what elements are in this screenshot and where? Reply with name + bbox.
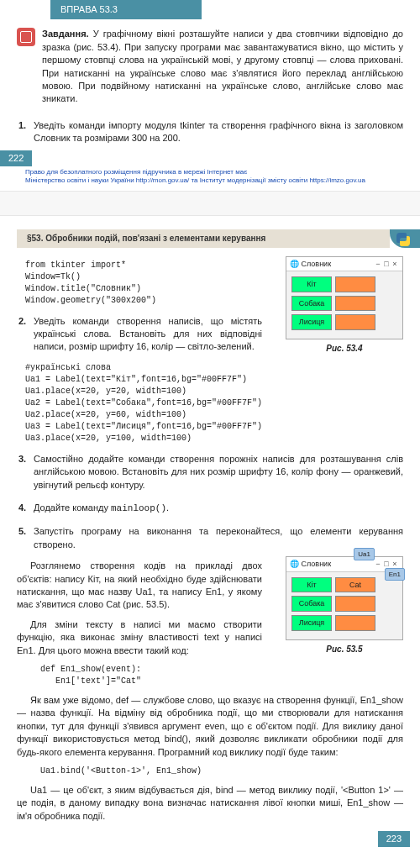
step-3: 3.Самостійно додайте команди створення п… — [0, 448, 420, 497]
label2-kit: Кіт — [291, 577, 332, 593]
label-sobaka: Собака — [291, 296, 332, 312]
code-block-1: from tkinter import* Window=Tk() Window.… — [0, 256, 279, 310]
window-2-title: 🌐 Словник — [290, 559, 331, 570]
code-block-4: Ua1.bind('<Button-1>', En1_show) — [0, 762, 420, 781]
figure-caption-1: Рис. 53.4 — [286, 343, 403, 355]
page-number-right: 223 — [0, 831, 420, 847]
step-1-num: 1. — [18, 119, 34, 132]
code-block-2: #українські слова Ua1 = Label(text="Кіт"… — [0, 359, 420, 448]
task-body: У графічному вікні розташуйте написи у д… — [42, 29, 403, 103]
label-empty-2 — [335, 296, 375, 312]
label2-cat: Cat — [335, 577, 375, 593]
figure-caption-2: Рис. 53.5 — [286, 644, 403, 655]
code-block-3: def En1_show(event): En1['text']="Cat" — [0, 660, 420, 691]
callout-en1: En1 — [385, 568, 405, 581]
label2-lysytsia: Лисиця — [291, 615, 332, 631]
paragraph-3: Як вам уже відомо, def — службове слово,… — [0, 691, 420, 762]
window-1-title: 🌐 Словник — [290, 259, 331, 270]
page-number-left: 222 — [0, 150, 420, 166]
step-4-num: 4. — [18, 502, 34, 514]
label2-empty-2 — [335, 615, 375, 631]
paragraph-2: Для зміни тексту в написі ми маємо створ… — [0, 615, 279, 660]
step-1-text: Уведіть команди імпорту модуля tkinter т… — [34, 120, 403, 143]
page-gap — [0, 191, 420, 216]
task-icon — [17, 28, 35, 46]
exercise-header: ВПРАВА 53.3 — [50, 0, 202, 19]
label-lysytsia: Лисиця — [291, 314, 332, 330]
step-2-text: Уведіть команди створення написів, що мі… — [34, 316, 262, 352]
step-3-num: 3. — [18, 453, 34, 466]
label-empty-1 — [335, 276, 375, 292]
label2-empty-1 — [335, 596, 375, 612]
step-5-text: Запустіть програму на виконання та перек… — [34, 526, 403, 549]
footer-links: Право для безоплатного розміщення підруч… — [0, 166, 420, 191]
label-empty-3 — [335, 314, 375, 330]
footer-line1: Право для безоплатного розміщення підруч… — [25, 168, 403, 176]
window-mockup-1: 🌐 Словник −□× Кіт Собака Лисиця — [286, 256, 403, 339]
task-block: Завдання. У графічному вікні розташуйте … — [0, 19, 420, 113]
label2-sobaka: Собака — [291, 596, 332, 612]
callout-ua1: Ua1 — [354, 548, 375, 560]
step-5-num: 5. — [18, 525, 34, 538]
window-controls-icon: −□× — [374, 259, 399, 270]
task-label: Завдання. — [42, 29, 89, 39]
paragraph-4: Ua1 — це об'єкт, з яким відбувається дія… — [0, 781, 420, 826]
label-kit: Кіт — [291, 276, 332, 292]
step-2-num: 2. — [18, 315, 34, 328]
step-1: 1.Уведіть команди імпорту модуля tkinter… — [0, 114, 420, 150]
step-2: 2.Уведіть команди створення написів, що … — [0, 310, 279, 359]
section-title-wrap: §53. Обробники подій, пов'язані з елемен… — [17, 229, 420, 248]
section-title: §53. Обробники подій, пов'язані з елемен… — [17, 229, 390, 248]
paragraph-1: Розглянемо створення кодів на прикладі д… — [0, 556, 279, 615]
step-4-code: mainloop() — [111, 503, 166, 513]
step-4-pre: Додайте команду — [34, 502, 111, 513]
step-4: 4.Додайте команду mainloop(). — [0, 497, 420, 520]
step-3-text: Самостійно додайте команди створення пор… — [34, 454, 403, 490]
task-text: Завдання. У графічному вікні розташуйте … — [42, 28, 403, 105]
step-4-post: . — [166, 502, 169, 513]
footer-line2: Міністерство освіти і науки України http… — [25, 176, 403, 185]
python-icon — [390, 229, 420, 248]
